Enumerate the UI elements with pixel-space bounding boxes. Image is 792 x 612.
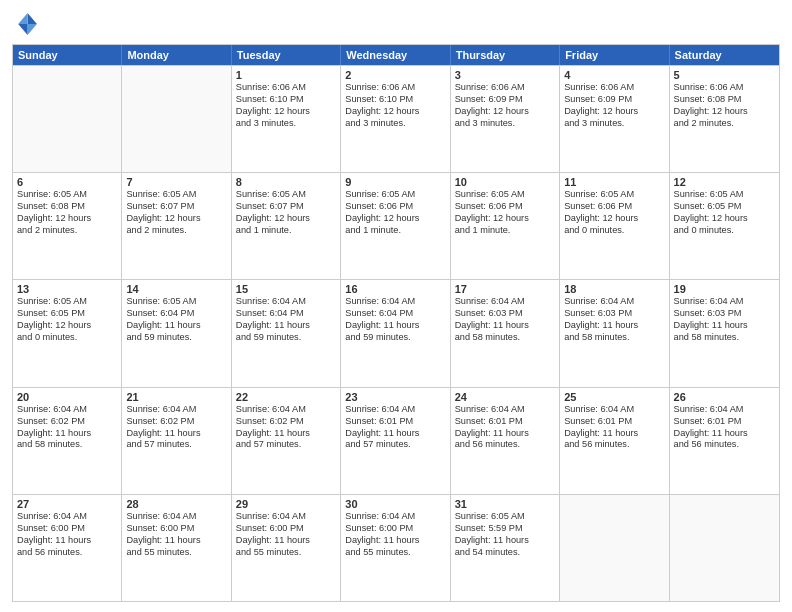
cal-day-17: 17Sunrise: 6:04 AMSunset: 6:03 PMDayligh… [451,280,560,386]
day-number: 1 [236,69,336,81]
cal-day-24: 24Sunrise: 6:04 AMSunset: 6:01 PMDayligh… [451,388,560,494]
day-number: 3 [455,69,555,81]
cell-line: Sunset: 6:02 PM [17,416,117,428]
cell-line: Daylight: 12 hours [345,106,445,118]
cell-line: and 55 minutes. [126,547,226,559]
cell-line: Daylight: 11 hours [126,320,226,332]
cal-cell-empty [560,495,669,601]
cell-line: and 58 minutes. [564,332,664,344]
cell-line: Daylight: 11 hours [17,428,117,440]
cell-line: Sunrise: 6:05 AM [17,296,117,308]
day-number: 15 [236,283,336,295]
day-number: 16 [345,283,445,295]
day-number: 10 [455,176,555,188]
cell-line: and 57 minutes. [345,439,445,451]
cell-line: Sunrise: 6:04 AM [345,296,445,308]
cell-line: Daylight: 12 hours [17,320,117,332]
cell-line: and 3 minutes. [455,118,555,130]
day-number: 13 [17,283,117,295]
cell-line: and 58 minutes. [17,439,117,451]
day-number: 7 [126,176,226,188]
cell-line: and 1 minute. [455,225,555,237]
cal-day-2: 2Sunrise: 6:06 AMSunset: 6:10 PMDaylight… [341,66,450,172]
day-number: 14 [126,283,226,295]
cal-day-27: 27Sunrise: 6:04 AMSunset: 6:00 PMDayligh… [13,495,122,601]
cell-line: Sunrise: 6:04 AM [564,404,664,416]
cell-line: and 1 minute. [236,225,336,237]
cell-line: and 0 minutes. [564,225,664,237]
cal-day-5: 5Sunrise: 6:06 AMSunset: 6:08 PMDaylight… [670,66,779,172]
cal-day-3: 3Sunrise: 6:06 AMSunset: 6:09 PMDaylight… [451,66,560,172]
cell-line: Sunset: 6:01 PM [674,416,775,428]
cell-line: Sunrise: 6:04 AM [17,511,117,523]
cell-line: Daylight: 11 hours [236,320,336,332]
cell-line: Sunset: 6:06 PM [564,201,664,213]
cell-line: Sunset: 6:01 PM [345,416,445,428]
cal-day-16: 16Sunrise: 6:04 AMSunset: 6:04 PMDayligh… [341,280,450,386]
cell-line: Sunset: 6:10 PM [236,94,336,106]
cell-line: and 58 minutes. [455,332,555,344]
cell-line: Sunset: 6:02 PM [236,416,336,428]
cell-line: Sunrise: 6:04 AM [345,511,445,523]
cal-week-1: 1Sunrise: 6:06 AMSunset: 6:10 PMDaylight… [13,65,779,172]
day-number: 21 [126,391,226,403]
cell-line: Daylight: 12 hours [674,213,775,225]
cal-cell-empty [122,66,231,172]
cell-line: and 57 minutes. [236,439,336,451]
cell-line: Daylight: 12 hours [17,213,117,225]
cell-line: and 58 minutes. [674,332,775,344]
day-number: 29 [236,498,336,510]
cell-line: Sunset: 6:03 PM [564,308,664,320]
cal-day-29: 29Sunrise: 6:04 AMSunset: 6:00 PMDayligh… [232,495,341,601]
cell-line: and 59 minutes. [236,332,336,344]
cell-line: Daylight: 12 hours [564,213,664,225]
cell-line: Daylight: 11 hours [17,535,117,547]
cal-day-15: 15Sunrise: 6:04 AMSunset: 6:04 PMDayligh… [232,280,341,386]
calendar-body: 1Sunrise: 6:06 AMSunset: 6:10 PMDaylight… [13,65,779,601]
cell-line: Sunrise: 6:05 AM [236,189,336,201]
day-number: 23 [345,391,445,403]
day-number: 4 [564,69,664,81]
cal-day-7: 7Sunrise: 6:05 AMSunset: 6:07 PMDaylight… [122,173,231,279]
cell-line: and 3 minutes. [345,118,445,130]
cell-line: Sunrise: 6:05 AM [345,189,445,201]
cal-day-25: 25Sunrise: 6:04 AMSunset: 6:01 PMDayligh… [560,388,669,494]
cell-line: Sunrise: 6:04 AM [455,296,555,308]
cell-line: Sunset: 6:01 PM [455,416,555,428]
cell-line: Daylight: 11 hours [455,535,555,547]
cell-line: Daylight: 11 hours [126,535,226,547]
cal-header-tuesday: Tuesday [232,45,341,65]
cell-line: Sunset: 6:00 PM [345,523,445,535]
cal-day-1: 1Sunrise: 6:06 AMSunset: 6:10 PMDaylight… [232,66,341,172]
cell-line: Sunrise: 6:05 AM [126,296,226,308]
cell-line: Sunrise: 6:04 AM [236,511,336,523]
day-number: 24 [455,391,555,403]
cal-day-14: 14Sunrise: 6:05 AMSunset: 6:04 PMDayligh… [122,280,231,386]
cell-line: Sunset: 6:01 PM [564,416,664,428]
cell-line: Daylight: 12 hours [455,106,555,118]
cell-line: and 2 minutes. [126,225,226,237]
day-number: 12 [674,176,775,188]
cal-week-4: 20Sunrise: 6:04 AMSunset: 6:02 PMDayligh… [13,387,779,494]
cal-header-monday: Monday [122,45,231,65]
cell-line: Daylight: 12 hours [564,106,664,118]
cell-line: Sunset: 6:03 PM [674,308,775,320]
svg-marker-2 [18,13,27,24]
cal-day-28: 28Sunrise: 6:04 AMSunset: 6:00 PMDayligh… [122,495,231,601]
cal-week-3: 13Sunrise: 6:05 AMSunset: 6:05 PMDayligh… [13,279,779,386]
cell-line: Sunset: 6:10 PM [345,94,445,106]
cell-line: Sunrise: 6:05 AM [455,511,555,523]
cal-day-6: 6Sunrise: 6:05 AMSunset: 6:08 PMDaylight… [13,173,122,279]
cal-cell-empty [13,66,122,172]
cell-line: and 54 minutes. [455,547,555,559]
cell-line: Sunrise: 6:04 AM [126,511,226,523]
cell-line: Sunrise: 6:04 AM [126,404,226,416]
cell-line: Daylight: 11 hours [455,428,555,440]
cell-line: and 3 minutes. [564,118,664,130]
cell-line: and 1 minute. [345,225,445,237]
cal-header-wednesday: Wednesday [341,45,450,65]
cell-line: Sunrise: 6:06 AM [674,82,775,94]
cell-line: Sunrise: 6:04 AM [674,296,775,308]
cal-day-22: 22Sunrise: 6:04 AMSunset: 6:02 PMDayligh… [232,388,341,494]
cell-line: Sunrise: 6:04 AM [674,404,775,416]
